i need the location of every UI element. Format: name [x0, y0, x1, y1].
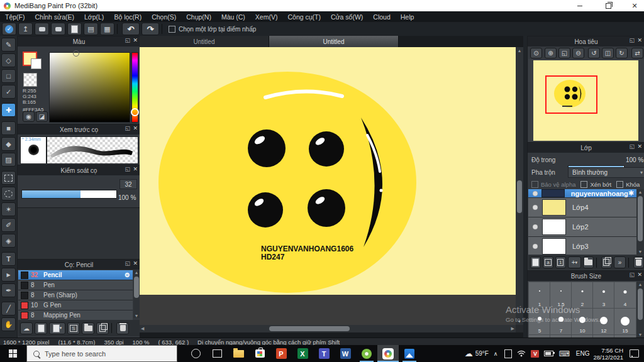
close-panel-icon[interactable]: ✕ — [133, 166, 138, 172]
scroll-up-arrow[interactable]: ▲ — [636, 190, 644, 194]
popout-icon[interactable]: ◱ — [125, 125, 130, 131]
new-1bit-layer-button[interactable]: 1 — [555, 256, 566, 268]
layer-row-selected[interactable]: nguyenvanhoang ✱ — [528, 189, 636, 198]
size-cell-2[interactable]: 2 — [571, 282, 594, 309]
weather-temp[interactable]: 59°F — [475, 350, 489, 357]
blend-dropdown[interactable]: Bình thường ▾ — [568, 167, 644, 178]
taskbar-search[interactable]: Type here to search — [26, 345, 177, 362]
tool-select-pen[interactable]: ✐ — [1, 218, 16, 232]
reset-view-button[interactable]: ◫ — [602, 48, 614, 58]
tool-gradient[interactable]: ▨ — [1, 153, 16, 167]
visibility-toggle[interactable] — [528, 224, 542, 229]
popout-icon[interactable]: ◱ — [125, 260, 130, 266]
zoom-out-button[interactable]: ⊖ — [572, 48, 584, 58]
size-cell-10[interactable]: 10 — [571, 308, 594, 336]
coccoc-button[interactable] — [356, 345, 377, 362]
menu-window[interactable]: Cửa sổ(W) — [326, 13, 368, 21]
close-panel-icon[interactable]: ✕ — [637, 143, 642, 150]
comment-button[interactable] — [35, 23, 49, 35]
tool-brush[interactable]: ✎ — [1, 38, 16, 52]
tool-select-eraser[interactable]: ◈ — [1, 234, 16, 248]
brush-size-value[interactable]: 32 — [119, 179, 137, 189]
size-cell-5[interactable]: 5 — [528, 308, 551, 336]
canvas-surface[interactable]: NGUYENVANHOANG1606 HD247 — [140, 47, 516, 295]
cloud-sync-button[interactable]: ✓ — [2, 23, 16, 35]
tool-eraser[interactable]: ◇ — [1, 53, 16, 67]
tool-fill-rect[interactable]: ■ — [1, 121, 16, 135]
scroll-down-arrow[interactable]: ▼ — [133, 314, 140, 318]
lock-checkbox[interactable] — [616, 181, 623, 188]
scroll-down-arrow[interactable]: ▼ — [636, 250, 644, 254]
visibility-toggle[interactable] — [528, 244, 542, 249]
scroll-down-arrow[interactable]: ▼ — [516, 319, 523, 324]
menu-file[interactable]: Tệp(F) — [0, 13, 30, 21]
brush-row-mapping-pen[interactable]: 8 Mapping Pen — [18, 310, 133, 321]
menu-filter[interactable]: Bộ lọc(R) — [109, 13, 147, 21]
scroll-down-arrow[interactable]: ▼ — [636, 332, 644, 337]
hue-cursor[interactable] — [131, 108, 139, 116]
minimize-button[interactable] — [569, 0, 591, 11]
weather-cloud-icon[interactable]: ☁ — [465, 349, 473, 358]
close-panel-icon[interactable]: ✕ — [133, 260, 138, 266]
tool-hand[interactable]: ✋ — [1, 317, 16, 331]
tool-operation[interactable]: ▶ — [1, 268, 16, 282]
fit-view-button[interactable]: ◱ — [558, 48, 570, 58]
new-brush-button[interactable] — [35, 322, 47, 334]
brush-row-pen-sharp[interactable]: 8 Pen (Sharp) — [18, 290, 133, 300]
layer-row-lop3[interactable]: Lớp3 — [528, 237, 636, 255]
redo-button[interactable]: ↷ — [142, 23, 159, 35]
scroll-up-arrow[interactable]: ▲ — [636, 282, 644, 287]
brush-row-g-pen[interactable]: 10 G Pen — [18, 300, 133, 310]
tool-dot-pen[interactable]: ✓ — [1, 85, 16, 99]
hscroll-thumb[interactable] — [269, 326, 350, 331]
touch-keyboard-icon[interactable]: ⌨ — [558, 349, 569, 358]
brush-cloud-button[interactable]: ☁ — [20, 322, 33, 334]
canvas-vscrollbar[interactable]: ▲ ▼ — [516, 47, 523, 325]
word-button[interactable]: W — [335, 345, 356, 362]
size-cell-1[interactable]: 1 — [528, 282, 551, 309]
brush-folder-button[interactable] — [82, 322, 94, 334]
tool-select[interactable] — [1, 171, 16, 185]
scroll-thumb[interactable] — [638, 288, 643, 320]
visibility-toggle[interactable] — [528, 205, 542, 210]
tool-pen[interactable]: ✒ — [1, 283, 16, 297]
tool-bucket[interactable]: ◆ — [1, 137, 16, 151]
visibility-toggle[interactable] — [528, 191, 541, 196]
close-panel-icon[interactable]: ✕ — [637, 37, 642, 43]
clock[interactable]: 7:56 CH 28/12/2021 — [593, 347, 623, 361]
file-explorer-button[interactable] — [228, 345, 249, 362]
zoom-in-button[interactable]: ⊕ — [545, 48, 557, 58]
tool-text[interactable]: T — [1, 252, 16, 266]
brush-row-pencil[interactable]: 32 Pencil ⚙ — [18, 270, 133, 280]
tab-untitled-1[interactable]: Untitled — [140, 36, 269, 47]
popout-icon[interactable]: ◱ — [629, 37, 635, 43]
layer-settings-icon[interactable]: ✱ — [628, 189, 634, 197]
close-panel-icon[interactable]: ✕ — [637, 272, 642, 278]
delete-brush-button[interactable] — [116, 322, 129, 334]
tool-divide[interactable]: ╱ — [1, 302, 16, 315]
undo-button[interactable]: ↶ — [122, 23, 140, 35]
scroll-up-arrow[interactable]: ▲ — [516, 48, 523, 53]
rotate-left-button[interactable]: ↺ — [588, 48, 600, 58]
clipping-checkbox[interactable] — [580, 181, 587, 188]
canvas-hscrollbar[interactable]: ◀ ▶ — [140, 325, 516, 332]
canvas-settings-button[interactable]: ▦ — [100, 23, 114, 35]
script-brush-button[interactable]: S — [67, 322, 80, 334]
teams-button[interactable]: T — [313, 345, 335, 362]
wifi-icon[interactable] — [517, 350, 526, 357]
add-layer-menu-button[interactable]: +▾ — [568, 256, 581, 268]
menu-cloud[interactable]: Cloud — [368, 13, 395, 21]
new-layer-button[interactable] — [530, 256, 541, 268]
medibang-taskbar-button[interactable] — [377, 345, 399, 362]
color-wheel-button[interactable]: ◉ — [23, 111, 35, 122]
menu-help[interactable]: Help — [396, 13, 419, 21]
saturation-value-field[interactable] — [49, 52, 130, 123]
scroll-thumb[interactable] — [134, 277, 139, 298]
powerpoint-button[interactable]: P — [270, 345, 292, 362]
sv-cursor[interactable] — [73, 50, 79, 57]
flip-view-button[interactable]: ⇄ — [631, 48, 643, 58]
popout-icon[interactable]: ◱ — [125, 166, 130, 172]
navigator-preview-area[interactable] — [528, 59, 644, 142]
alpha-protect-checkbox[interactable] — [531, 181, 538, 188]
upload-button[interactable]: ↥ — [18, 23, 33, 35]
